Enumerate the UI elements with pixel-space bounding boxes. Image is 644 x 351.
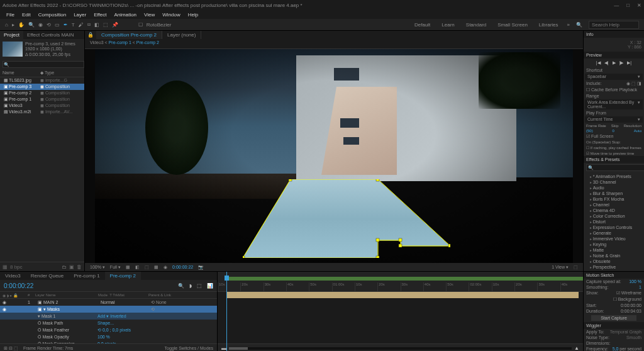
project-item[interactable]: ▦TLS023.jpg◼ Importe...G bbox=[0, 77, 84, 84]
transparency-icon[interactable]: ▦ bbox=[126, 265, 130, 270]
sketch-smoothing-input[interactable]: 1 bbox=[639, 285, 641, 289]
workspace-default[interactable]: Default bbox=[412, 21, 433, 28]
menu-effect[interactable]: Effect bbox=[90, 11, 110, 19]
eraser-tool-icon[interactable]: ◧ bbox=[94, 22, 99, 28]
workspace-standard[interactable]: Standard bbox=[464, 21, 489, 28]
ruler-tick[interactable]: 50s bbox=[446, 282, 469, 291]
wireframe-checkbox[interactable]: ☑ bbox=[616, 291, 620, 295]
cached-checkbox[interactable]: ☐ If caching, play cached frames bbox=[586, 145, 641, 150]
project-search-input[interactable] bbox=[3, 61, 84, 68]
ruler-tick[interactable]: 20s bbox=[240, 282, 263, 291]
effect-category[interactable]: Expression Controls bbox=[584, 225, 644, 230]
playhead[interactable] bbox=[226, 272, 227, 351]
home-icon[interactable]: ⌂ bbox=[5, 22, 8, 28]
col-name[interactable]: Name bbox=[3, 70, 40, 75]
zoom-tool-icon[interactable]: 🔍 bbox=[28, 22, 35, 28]
effect-category[interactable]: Blur & Sharpen bbox=[584, 191, 644, 196]
bpc-button[interactable]: 8 bpc bbox=[10, 264, 23, 270]
new-folder-icon[interactable]: 🗀 bbox=[62, 264, 67, 270]
flowchart-breadcrumb[interactable]: Video3 < Pre-comp 1 < Pre-comp 2 bbox=[85, 39, 583, 49]
resolution-dropdown[interactable]: Full ▾ bbox=[110, 265, 121, 270]
effect-category[interactable]: Channel bbox=[584, 202, 644, 208]
include-icons[interactable]: ◉ ⬚ ◨ bbox=[626, 81, 641, 86]
roto-tool-icon[interactable]: ⬚ bbox=[103, 22, 108, 28]
new-comp-icon[interactable]: ▣ bbox=[69, 264, 74, 270]
zoom-slider[interactable] bbox=[229, 347, 572, 350]
ruler-tick[interactable]: 02:00s bbox=[469, 282, 491, 291]
ruler-tick[interactable]: 40s bbox=[560, 282, 583, 291]
menu-file[interactable]: File bbox=[3, 11, 18, 19]
mask-toggle-icon[interactable]: ◧ bbox=[135, 265, 140, 270]
last-frame-icon[interactable]: ▶| bbox=[627, 60, 631, 65]
label-icon[interactable]: ◆ bbox=[40, 70, 43, 75]
stamp-tool-icon[interactable]: ⧈ bbox=[87, 21, 91, 28]
menu-composition[interactable]: Composition bbox=[35, 11, 70, 19]
draft3d-icon[interactable]: ⬚ bbox=[574, 265, 578, 270]
play-icon[interactable]: ▶ bbox=[613, 60, 616, 65]
next-frame-icon[interactable]: |▶ bbox=[619, 60, 624, 65]
ruler-tick[interactable]: 30s bbox=[537, 282, 560, 291]
project-item[interactable]: ▤Video3.m2t◼ Importe...AV... bbox=[0, 109, 84, 115]
tab-composition[interactable]: Composition Pre-comp 2 bbox=[96, 31, 162, 39]
tl-tab-video3[interactable]: Video3 bbox=[0, 272, 26, 280]
orbit-tool-icon[interactable]: ◉ bbox=[38, 22, 43, 28]
ruler-tick[interactable]: 10s bbox=[355, 282, 377, 291]
workspace-libraries[interactable]: Libraries bbox=[536, 21, 561, 28]
tl-search-icon[interactable]: 🔍 bbox=[178, 283, 184, 289]
minimize-icon[interactable]: — bbox=[614, 3, 619, 8]
toggle-switches-button[interactable]: Toggle Switches / Modes bbox=[165, 346, 213, 350]
ruler-tick[interactable]: 10s bbox=[218, 282, 240, 291]
ruler-tick[interactable]: 50s bbox=[309, 282, 331, 291]
timeline-property[interactable]: Ö Mask PathShape... bbox=[0, 320, 217, 326]
effect-category[interactable]: Matte bbox=[584, 247, 644, 253]
viewer-lock-icon[interactable]: 🔒 bbox=[85, 31, 96, 39]
background-checkbox[interactable]: ☐ bbox=[613, 297, 617, 301]
prev-frame-icon[interactable]: ◀| bbox=[604, 60, 609, 65]
timeline-layer[interactable]: ◉▣ ▾ Masks⟲ bbox=[0, 306, 217, 313]
effect-category[interactable]: Distort bbox=[584, 219, 644, 225]
ruler-tick[interactable]: 01:00s bbox=[332, 282, 355, 291]
view-layout-dropdown[interactable]: 1 View ▾ bbox=[552, 265, 569, 270]
workspace-small[interactable]: Small Screen bbox=[495, 21, 530, 28]
tl-tab-render[interactable]: Render Queue bbox=[26, 272, 69, 280]
wiggler-freq-input[interactable]: 5,0 bbox=[613, 347, 619, 351]
wiggler-apply-dropdown[interactable]: Temporal Graph bbox=[610, 330, 641, 334]
project-item[interactable]: ▣Pre-comp 2◼ Composition bbox=[0, 90, 84, 96]
tl-fx-icon[interactable]: ⬚ bbox=[197, 283, 202, 289]
res-dropdown[interactable]: Auto bbox=[634, 129, 641, 133]
search-input[interactable] bbox=[589, 21, 639, 29]
tab-layer[interactable]: Layer (none) bbox=[162, 31, 201, 39]
effect-category[interactable]: Immersive Video bbox=[584, 236, 644, 242]
timeline-property[interactable]: Ö Mask Feather⟲ 0,0 ; 0,0 pixels bbox=[0, 326, 217, 333]
hand-tool-icon[interactable]: ✋ bbox=[18, 22, 25, 28]
tl-shy-icon[interactable]: ◗ bbox=[189, 283, 192, 289]
project-item[interactable]: ▣Pre-comp 3◼ Composition bbox=[0, 84, 84, 90]
effect-category[interactable]: Cinema 4D bbox=[584, 208, 644, 213]
project-item[interactable]: ▣Video3◼ Composition bbox=[0, 103, 84, 109]
tl-graph-icon[interactable]: 📊 bbox=[207, 283, 213, 289]
effect-category[interactable]: Generate bbox=[584, 230, 644, 236]
timeline-layer[interactable]: ◉1▣ MAIN 2Normal⟲ None bbox=[0, 299, 217, 306]
effect-category[interactable]: Noise & Grain bbox=[584, 253, 644, 259]
ruler-tick[interactable]: 10s bbox=[492, 282, 514, 291]
info-panel-title[interactable]: Info bbox=[584, 31, 644, 38]
rect-tool-icon[interactable]: ▭ bbox=[55, 22, 60, 28]
trash-icon[interactable]: 🗑 bbox=[77, 264, 82, 270]
effect-category[interactable]: Color Correction bbox=[584, 213, 644, 219]
timeline-timecode[interactable]: 0:00:00:22 bbox=[4, 282, 33, 289]
ruler-tick[interactable]: 40s bbox=[423, 282, 446, 291]
tl-expand-icon[interactable]: ⊞ ⊟ ⬚ bbox=[4, 346, 18, 351]
menu-view[interactable]: View bbox=[140, 11, 158, 19]
composition-viewer[interactable] bbox=[85, 49, 583, 263]
zoom-in-icon[interactable]: ▲ bbox=[574, 345, 579, 351]
tab-effect-controls[interactable]: Effect Controls MAIN bbox=[23, 31, 78, 39]
workspace-more-icon[interactable]: » bbox=[567, 22, 570, 28]
guides-icon[interactable]: ▦ bbox=[154, 265, 158, 270]
range-dropdown[interactable]: Work Area Extended By Current...▾ bbox=[585, 99, 643, 109]
sketch-speed-input[interactable]: 100 % bbox=[629, 279, 641, 284]
puppet-tool-icon[interactable]: 📌 bbox=[112, 22, 118, 28]
rotobezier-checkbox[interactable]: ☐ bbox=[138, 22, 143, 28]
tl-tab-precomp2[interactable]: Pre-comp 2 bbox=[105, 272, 141, 280]
fullscreen-checkbox[interactable]: ☑ Full Screen bbox=[586, 134, 613, 139]
col-type[interactable]: Type bbox=[45, 70, 54, 75]
